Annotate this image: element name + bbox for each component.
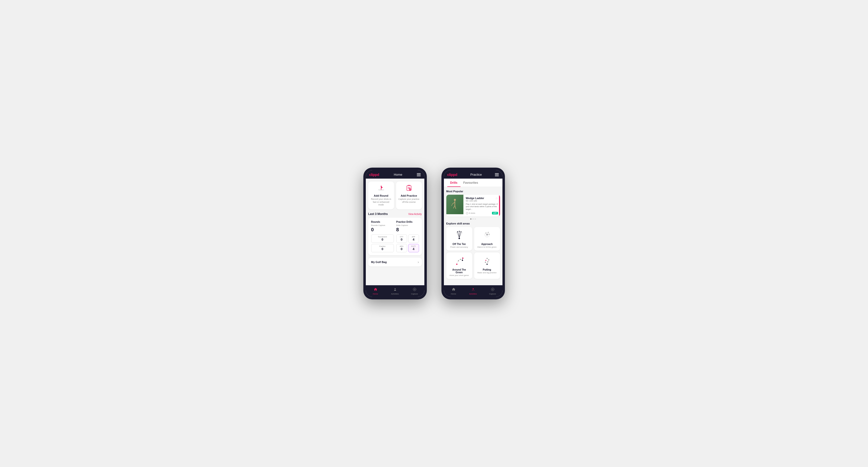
svg-point-31 <box>459 238 460 239</box>
drill-card-wedge-ladder[interactable]: Wedge Ladder 50–100 yds ☆ Play 1 shot at… <box>446 195 500 216</box>
practice-val: 0 <box>373 247 392 251</box>
skill-card-off-tee[interactable]: Off The Tee Power and accuracy <box>446 227 472 251</box>
add-round-icon <box>377 184 385 193</box>
drill-footer: 9 shots APP <box>466 212 498 215</box>
drill-name: Wedge Ladder <box>466 197 485 199</box>
most-popular-label: Most Popular <box>446 190 500 193</box>
add-practice-desc: Capture your practice off-the-course <box>398 198 420 204</box>
stats-box: Rounds Rounds Capture 0 Tournament 0 Pra… <box>368 218 422 255</box>
left-nav-activities-label: Activities <box>391 293 399 295</box>
drill-card-bar <box>499 195 500 216</box>
rounds-title: Rounds <box>371 221 394 223</box>
putting-desc: Make and lag practice <box>477 272 496 274</box>
putt-label: PUTT <box>410 245 417 247</box>
view-activity-link[interactable]: View Activity <box>408 213 422 215</box>
drill-card-info: Wedge Ladder 50–100 yds ☆ Play 1 shot at… <box>463 195 500 216</box>
right-phone: clippd Practice Drills Favourites Most P… <box>441 167 505 300</box>
right-scroll-area: Most Popular <box>444 187 502 285</box>
svg-point-20 <box>466 212 468 214</box>
right-nav-capture-label: Capture <box>489 293 496 295</box>
practice-drills-title: Practice Drills <box>396 221 419 223</box>
drill-header: Wedge Ladder 50–100 yds ☆ <box>466 197 498 203</box>
add-practice-icon <box>405 184 413 193</box>
right-top-bar: clippd Practice <box>444 170 502 179</box>
golf-bag-row[interactable]: My Golf Bag › <box>368 258 422 267</box>
tournament-label: Tournament <box>373 236 392 238</box>
approach-icon <box>481 229 493 242</box>
explore-label: Explore skill areas <box>446 222 500 225</box>
rounds-grid: Tournament 0 Practice 0 <box>371 235 394 252</box>
putt-cell: PUTT 4 <box>408 244 419 252</box>
svg-line-18 <box>454 206 455 208</box>
right-menu-button[interactable] <box>495 173 499 176</box>
right-nav-activities-label: Activities <box>469 293 477 295</box>
rounds-capture-label: Rounds Capture <box>371 224 394 226</box>
add-round-title: Add Round <box>374 194 388 197</box>
arg-cell: ARG 0 <box>396 244 407 252</box>
ott-val: 0 <box>398 238 405 241</box>
left-nav-capture[interactable]: Capture <box>405 285 424 297</box>
left-nav-activities[interactable]: Activities <box>385 285 405 297</box>
right-nav-capture[interactable]: Capture <box>483 285 502 297</box>
svg-point-29 <box>456 232 457 233</box>
svg-point-26 <box>457 231 458 232</box>
drill-description: Play 1 shot at each target yardage. If y… <box>466 203 498 211</box>
skill-card-around-green[interactable]: Around The Green Hone your short game <box>446 252 472 279</box>
carousel-dots <box>446 218 500 220</box>
skill-areas-grid: Off The Tee Power and accuracy <box>446 227 500 279</box>
putting-name: Putting <box>483 269 491 271</box>
action-cards-row: Add Round Record your shots in fast or e… <box>368 182 422 209</box>
right-nav-activities[interactable]: Activities <box>463 285 483 297</box>
off-tee-name: Off The Tee <box>453 243 466 245</box>
left-phone: clippd Home Ad <box>363 167 427 300</box>
around-green-desc: Hone your short game <box>450 274 469 276</box>
practice-label: Practice <box>373 245 392 247</box>
golf-bag-chevron: › <box>418 260 419 264</box>
approach-desc: Dial-in to hit the green <box>477 246 496 248</box>
drills-grid: OTT 0 APP 4 ARG 0 <box>396 235 419 252</box>
skill-card-putting[interactable]: Putting Make and lag practice <box>474 252 500 279</box>
arg-label: ARG <box>398 245 405 247</box>
right-bottom-nav: Home Activities Capture <box>444 285 502 297</box>
tab-favourites[interactable]: Favourites <box>461 179 481 187</box>
svg-point-43 <box>460 259 461 260</box>
left-scroll-area: Add Round Record your shots in fast or e… <box>366 179 424 285</box>
right-nav-home[interactable]: Home <box>444 285 463 297</box>
add-round-card[interactable]: Add Round Record your shots in fast or e… <box>368 182 394 209</box>
right-home-icon <box>452 287 456 292</box>
app-badge: APP <box>492 212 498 215</box>
practice-cell: Practice 0 <box>371 244 394 252</box>
approach-name: Approach <box>481 243 493 245</box>
rounds-total: 0 <box>371 227 394 232</box>
add-practice-title: Add Practice <box>401 194 417 197</box>
skill-card-approach[interactable]: Approach Dial-in to hit the green <box>474 227 500 251</box>
tournament-cell: Tournament 0 <box>371 235 394 243</box>
svg-point-2 <box>381 186 382 187</box>
around-green-name: Around The Green <box>449 269 470 274</box>
left-menu-button[interactable] <box>417 173 421 176</box>
svg-point-42 <box>458 260 459 261</box>
left-nav-capture-label: Capture <box>411 293 418 295</box>
drills-capture-label: Drills Capture <box>396 224 419 226</box>
right-nav-home-label: Home <box>451 293 456 295</box>
ott-label: OTT <box>398 236 405 238</box>
tab-drills[interactable]: Drills <box>447 179 461 187</box>
left-bottom-nav: Home Activities Capture <box>366 285 424 297</box>
right-logo: clippd <box>447 173 457 177</box>
svg-line-16 <box>453 202 455 204</box>
around-green-icon <box>453 255 465 267</box>
svg-point-27 <box>459 231 460 232</box>
left-nav-home[interactable]: Home <box>366 285 385 297</box>
activity-section-header: Last 3 Months View Activity <box>368 212 422 216</box>
right-page-title: Practice <box>470 173 482 177</box>
app-cell: APP 4 <box>408 235 419 243</box>
shots-label: 9 shots <box>466 212 475 215</box>
left-top-bar: clippd Home <box>366 170 424 179</box>
drills-total: 8 <box>396 227 419 232</box>
app-val: 4 <box>410 238 417 241</box>
putting-icon <box>481 255 493 267</box>
svg-line-23 <box>459 232 461 238</box>
svg-point-30 <box>461 232 462 233</box>
drill-favourite-icon[interactable]: ☆ <box>495 197 498 200</box>
add-practice-card[interactable]: Add Practice Capture your practice off-t… <box>396 182 422 209</box>
